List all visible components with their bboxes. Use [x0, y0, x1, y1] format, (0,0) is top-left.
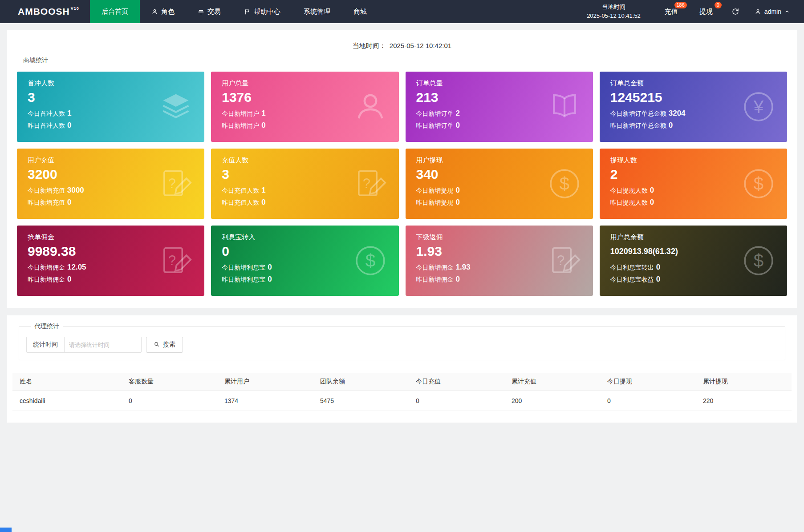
table-cell: 220: [696, 391, 792, 411]
agent-stats-panel: 代理统计 统计时间 搜索 姓名客服数量累计用户团队余额今日充值累计充值今日提现累…: [7, 315, 797, 423]
dollar-icon: $: [548, 167, 581, 201]
main-menu: 后台首页角色交易帮助中心系统管理商城: [90, 0, 378, 23]
svg-text:?: ?: [168, 176, 176, 191]
stat-card: 下级返佣 1.93 今日新增佣金1.93 昨日新增佣金0 ?: [406, 226, 593, 296]
table-cell: 0: [122, 391, 217, 411]
dollar-icon: $: [742, 244, 776, 278]
table-cell: 200: [504, 391, 600, 411]
stat-card-title: 充值人数: [222, 156, 388, 165]
stat-cards-grid: 首冲人数 3 今日首冲人数1 昨日首冲人数0 用户总量 1376 今日新增用户1…: [7, 72, 797, 296]
recharge-button[interactable]: 充值 186: [654, 0, 689, 23]
agent-table-body: ceshidaili01374547502000220: [12, 391, 792, 411]
svg-text:?: ?: [363, 176, 370, 191]
table-cell: 1374: [217, 391, 313, 411]
stat-card-line2-label: 昨日新增充值: [28, 199, 65, 206]
yen-icon: ¥: [742, 90, 776, 124]
dollar-icon: $: [742, 167, 776, 201]
table-cell: 0: [600, 391, 696, 411]
top-navbar: AMBOOSHV10 后台首页角色交易帮助中心系统管理商城 当地时间 2025-…: [0, 0, 804, 23]
table-cell: 0: [409, 391, 504, 411]
stat-card: 利息宝转入 0 今日新增利息宝0 昨日新增利息宝0 $: [211, 226, 398, 296]
stat-card-title: 订单总量: [416, 79, 582, 88]
stat-card-line2-value: 0: [261, 121, 265, 129]
table-header-cell: 姓名: [12, 373, 122, 391]
stat-card-line2-value: 0: [261, 198, 265, 206]
layers-icon: [159, 90, 193, 124]
stat-card-line1-label: 今日新增利息宝: [222, 264, 265, 271]
stat-card: 用户总量 1376 今日新增用户1 昨日新增用户0: [211, 72, 398, 142]
stat-card-line1-value: 1: [261, 186, 265, 194]
username: admin: [764, 8, 781, 15]
stat-card-line1-label: 今日充值人数: [222, 187, 259, 194]
stat-card-line1-label: 今日新增佣金: [28, 264, 65, 271]
date-filter-input[interactable]: [65, 337, 141, 352]
menu-item-0[interactable]: 后台首页: [90, 0, 140, 23]
svg-text:$: $: [365, 250, 375, 271]
stat-card-title: 首冲人数: [28, 79, 194, 88]
stat-card-line1-label: 今日新增用户: [222, 110, 259, 117]
svg-text:$: $: [754, 250, 763, 271]
stat-card-title: 提现人数: [610, 156, 776, 165]
menu-item-5[interactable]: 商城: [342, 0, 378, 23]
menu-item-2[interactable]: 交易: [186, 0, 232, 23]
stat-card-line1-label: 今日首冲人数: [28, 110, 65, 117]
stat-card: 用户充值 3200 今日新增充值3000 昨日新增充值0 ?: [17, 149, 204, 219]
stat-card-line1-label: 今日新增提现: [416, 187, 454, 194]
stat-card: 首冲人数 3 今日首冲人数1 昨日首冲人数0: [17, 72, 204, 142]
stat-card-line2-label: 昨日新增提现: [416, 199, 454, 206]
stat-card-title: 抢单佣金: [28, 233, 194, 242]
stat-card: 订单总量 213 今日新增订单2 昨日新增订单0: [406, 72, 593, 142]
table-header-cell: 累计用户: [217, 373, 313, 391]
stat-card-title: 用户总余额: [610, 233, 776, 242]
table-cell: 5475: [313, 391, 409, 411]
stat-card-line1-value: 1: [261, 109, 265, 117]
stat-card-line1-value: 3204: [669, 109, 686, 117]
stat-card: 抢单佣金 9989.38 今日新增佣金12.05 昨日新增佣金0 ?: [17, 226, 204, 296]
doc-edit-icon: ?: [548, 244, 581, 278]
search-button-label: 搜索: [163, 341, 175, 349]
app-logo: AMBOOSHV10: [0, 0, 90, 23]
stat-card-line1-label: 今日新增佣金: [416, 264, 454, 271]
stat-card-line2-label: 昨日新增用户: [222, 122, 259, 129]
stat-card-line1-label: 今日新增充值: [28, 187, 65, 194]
stat-card-line1-value: 2: [456, 109, 460, 117]
stat-card-line2-label: 昨日新增订单: [416, 122, 454, 129]
table-header-cell: 累计充值: [504, 373, 600, 391]
stat-card-line1-label: 今日新增订单: [416, 110, 454, 117]
svg-text:?: ?: [557, 253, 564, 268]
dashboard-time-value: 2025-05-12 10:42:01: [390, 42, 451, 49]
menu-item-4[interactable]: 系统管理: [292, 0, 342, 23]
recharge-badge: 186: [674, 2, 687, 8]
doc-edit-icon: ?: [353, 167, 387, 201]
flag-icon: [244, 8, 251, 15]
table-row: ceshidaili01374547502000220: [12, 391, 792, 411]
agent-stats-legend: 代理统计: [31, 322, 63, 330]
doc-edit-icon: ?: [159, 167, 193, 201]
recharge-label: 充值: [665, 8, 678, 16]
app-logo-version: V10: [71, 6, 79, 11]
stat-card-line2-value: 0: [67, 275, 71, 283]
local-time-value: 2025-05-12 10:41:52: [587, 12, 641, 20]
stat-card: 订单总金额 1245215 今日新增订单总金额3204 昨日新增订单总金额0 ¥: [600, 72, 787, 142]
withdraw-button[interactable]: 提现 0: [689, 0, 723, 23]
menu-item-3[interactable]: 帮助中心: [232, 0, 292, 23]
user-icon: [755, 8, 761, 15]
menu-item-label: 商城: [353, 8, 367, 16]
stat-card: 用户总余额 1020913.98(61.32) 今日利息宝转出0 今日利息宝收益…: [600, 226, 787, 296]
stat-card-line2-value: 0: [268, 275, 272, 283]
stat-card-line2-value: 0: [656, 275, 660, 283]
user-menu[interactable]: admin: [747, 8, 804, 15]
stat-card-title: 利息宝转入: [222, 233, 388, 242]
search-button[interactable]: 搜索: [146, 337, 183, 353]
stat-card-line2-value: 0: [456, 198, 460, 206]
stat-card-line2-value: 0: [456, 121, 460, 129]
stat-card-line2-label: 昨日新增订单总金额: [610, 122, 666, 129]
menu-item-1[interactable]: 角色: [140, 0, 186, 23]
stat-card-line2-value: 0: [67, 121, 71, 129]
refresh-button[interactable]: [723, 0, 747, 23]
menu-item-label: 系统管理: [304, 8, 330, 16]
stat-card-line2-value: 0: [650, 198, 654, 206]
agent-filter-row: 统计时间 搜索: [26, 337, 778, 353]
stat-card-title: 用户充值: [28, 156, 194, 165]
stat-card-line1-label: 今日提现人数: [610, 187, 648, 194]
